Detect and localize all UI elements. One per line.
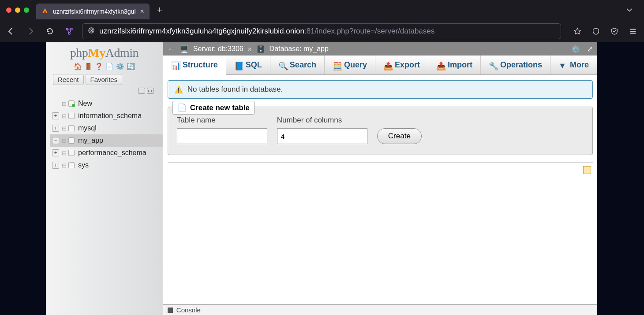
- db-item-mysql[interactable]: +⊟mysql: [50, 122, 163, 134]
- db-item-performance-schema[interactable]: +⊟performance_schema: [50, 147, 163, 159]
- tree-connector-icon: ⊟: [62, 100, 67, 107]
- tab-sql[interactable]: 📘SQL: [226, 56, 270, 74]
- tab-label: Import: [448, 60, 472, 70]
- tab-search[interactable]: 🔍Search: [270, 56, 325, 74]
- tab-more[interactable]: ▼More: [550, 56, 597, 74]
- main-panel: ← 🖥️ Server: db:3306 » 🗄️ Database: my_a…: [163, 42, 597, 315]
- fullscreen-toggle-icon[interactable]: ⤢: [587, 45, 593, 53]
- docs-icon[interactable]: ❓: [95, 63, 103, 70]
- more-icon: ▼: [558, 61, 566, 69]
- db-item-label: performance_schema: [78, 149, 146, 157]
- back-button[interactable]: [4, 25, 18, 38]
- shield-icon[interactable]: [589, 25, 603, 38]
- recent-tab[interactable]: Recent: [53, 74, 84, 85]
- security-level-icon[interactable]: [608, 25, 621, 38]
- sql-window-icon[interactable]: 📄: [105, 63, 113, 70]
- breadcrumb-server[interactable]: Server: db:3306: [193, 45, 243, 53]
- hamburger-menu-icon[interactable]: [626, 25, 640, 38]
- settings-icon[interactable]: ⚙️: [116, 63, 124, 70]
- link-icon[interactable]: ⊶: [147, 88, 154, 94]
- reload-button[interactable]: [43, 25, 56, 38]
- tab-export[interactable]: 📤Export: [375, 56, 428, 74]
- tab-label: SQL: [246, 60, 262, 70]
- sql-icon: 📘: [234, 61, 242, 69]
- tree-toggle-icon[interactable]: +: [52, 162, 59, 169]
- table-name-label: Table name: [177, 116, 267, 125]
- tabs-dropdown-icon[interactable]: [625, 6, 633, 15]
- tab-label: Search: [290, 60, 316, 70]
- tab-structure[interactable]: 📊Structure: [163, 56, 226, 75]
- page-settings-icon[interactable]: ⚙️: [571, 45, 580, 53]
- tree-connector-icon: ⊟: [62, 113, 67, 119]
- reload-nav-icon[interactable]: 🔄: [127, 63, 135, 70]
- db-item-my-app[interactable]: −⊟my_app: [50, 134, 163, 147]
- url-bar[interactable]: uznrzifslxi6rifrnyrm4xfytkn3guluha4tg6gx…: [82, 23, 561, 39]
- db-item-sys[interactable]: +⊟sys: [50, 159, 163, 171]
- db-icon: [68, 125, 75, 131]
- window-controls: [6, 7, 29, 13]
- alert-text: No tables found in database.: [187, 85, 283, 94]
- bookmark-star-icon[interactable]: [571, 25, 584, 38]
- console-label: Console: [176, 306, 201, 314]
- query-icon: 🧮: [333, 61, 341, 69]
- tab-import[interactable]: 📥Import: [428, 56, 481, 74]
- console-bar[interactable]: Console: [163, 304, 597, 315]
- tree-toggle-icon[interactable]: −: [52, 137, 59, 144]
- maximize-window-button[interactable]: [24, 7, 29, 13]
- close-tab-icon[interactable]: ×: [140, 8, 144, 15]
- new-tab-button[interactable]: +: [152, 3, 167, 18]
- num-columns-input[interactable]: [277, 128, 367, 144]
- legend-text: Create new table: [190, 104, 250, 112]
- db-item-New[interactable]: ⊟New: [50, 97, 163, 110]
- breadcrumb-database[interactable]: Database: my_app: [270, 45, 329, 53]
- create-button[interactable]: Create: [377, 128, 422, 144]
- collapse-all-icon[interactable]: −: [138, 88, 145, 94]
- logout-icon[interactable]: 🚪: [84, 63, 92, 70]
- tab-query[interactable]: 🧮Query: [325, 56, 375, 74]
- search-icon: 🔍: [278, 61, 286, 69]
- tab-label: Query: [344, 60, 367, 70]
- tree-connector-icon: ⊟: [62, 125, 67, 132]
- sidebar-quick-icons: 🏠 🚪 ❓ 📄 ⚙️ 🔄: [46, 62, 163, 74]
- database-tree: ⊟New+⊟information_schema+⊟mysql−⊟my_app+…: [46, 96, 163, 171]
- logo-my: My: [88, 46, 105, 59]
- favorites-tab[interactable]: Favorites: [86, 74, 123, 85]
- operations-icon: 🔧: [489, 61, 497, 69]
- tree-toggle-icon[interactable]: +: [52, 112, 59, 119]
- tor-circuit-icon[interactable]: [63, 25, 76, 38]
- tree-toggle-icon[interactable]: +: [52, 149, 59, 156]
- table-name-input[interactable]: [177, 128, 267, 144]
- db-item-label: mysql: [78, 124, 97, 132]
- db-item-label: my_app: [78, 137, 103, 145]
- phpmyadmin-logo[interactable]: phpMyAdmin: [46, 42, 163, 62]
- home-icon[interactable]: 🏠: [74, 63, 82, 70]
- tab-title: uznrzifslxi6rifrnyrm4xfytkn3gul: [53, 8, 136, 15]
- bookmark-note-icon[interactable]: [583, 166, 591, 174]
- tab-strip: uznrzifslxi6rifrnyrm4xfytkn3gul × +: [0, 0, 644, 20]
- forward-button[interactable]: [24, 25, 37, 38]
- alert-no-tables: ⚠️ No tables found in database.: [168, 80, 593, 99]
- db-icon: [68, 137, 75, 144]
- tree-toggle-icon[interactable]: +: [52, 125, 59, 132]
- svg-point-5: [91, 30, 92, 30]
- sidebar: phpMyAdmin 🏠 🚪 ❓ 📄 ⚙️ 🔄 Recent Favorites…: [46, 42, 163, 315]
- minimize-window-button[interactable]: [15, 7, 20, 13]
- breadcrumb: ← 🖥️ Server: db:3306 » 🗄️ Database: my_a…: [163, 42, 597, 56]
- tab-label: Structure: [183, 60, 218, 70]
- new-table-icon: 📄: [177, 103, 187, 112]
- tab-label: Export: [395, 60, 420, 70]
- db-item-label: New: [78, 100, 92, 107]
- new-db-icon: [68, 100, 75, 107]
- db-icon: [68, 150, 75, 156]
- browser-chrome: uznrzifslxi6rifrnyrm4xfytkn3gul × + uznr…: [0, 0, 644, 42]
- db-item-information-schema[interactable]: +⊟information_schema: [50, 110, 163, 122]
- console-toggle-icon[interactable]: [168, 308, 173, 313]
- nav-back-icon[interactable]: ←: [168, 44, 176, 54]
- browser-tab[interactable]: uznrzifslxi6rifrnyrm4xfytkn3gul ×: [36, 4, 150, 19]
- logo-admin: Admin: [105, 46, 139, 59]
- tab-label: More: [570, 60, 589, 70]
- tab-operations[interactable]: 🔧Operations: [481, 56, 550, 74]
- close-window-button[interactable]: [6, 7, 11, 13]
- create-table-fieldset: 📄 Create new table Table name Number of …: [168, 107, 593, 155]
- phpmyadmin-favicon: [41, 7, 49, 16]
